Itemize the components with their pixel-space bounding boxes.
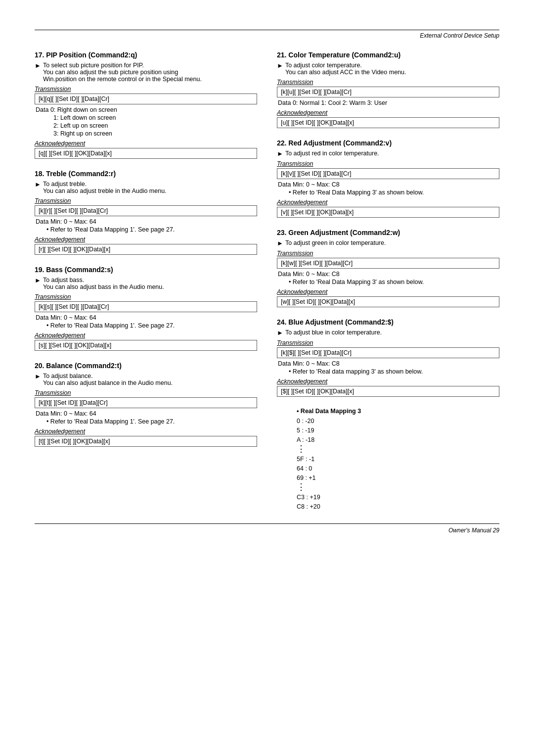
section-21-data: Data 0: Normal 1: Cool 2: Warm 3: User: [278, 99, 499, 106]
header-title: External Control Device Setup: [420, 32, 499, 39]
section-23: 23. Green Adjustment (Command2:w) ► To a…: [277, 229, 499, 307]
section-22-ack-code: [v][ ][Set ID][ ][OK][Data][x]: [277, 207, 499, 218]
section-20-bullet: • Refer to 'Real Data Mapping 1'. See pa…: [46, 418, 257, 425]
section-21-title: 21. Color Temperature (Command2:u): [277, 51, 499, 59]
section-22-transmission-code: [k][v][ ][Set ID][ ][Data][Cr]: [277, 168, 499, 179]
section-23-ack-label: Acknowledgement: [277, 288, 499, 295]
arrow-icon: ►: [277, 329, 283, 336]
section-18-bullet: • Refer to 'Real Data Mapping 1'. See pa…: [46, 226, 257, 233]
section-17-transmission-label: Transmission: [35, 86, 257, 93]
arrow-icon: ►: [277, 239, 283, 247]
section-18-title: 18. Treble (Command2:r): [35, 170, 257, 178]
section-24-arrow-desc: ► To adjust blue in color temperature.: [277, 329, 499, 336]
section-24-ack-code: [$][ ][Set ID][ ][OK][Data][x]: [277, 386, 499, 397]
section-22-bullet: • Refer to 'Real Data Mapping 3' as show…: [289, 189, 499, 196]
section-24: 24. Blue Adjustment (Command2:$) ► To ad…: [277, 318, 499, 397]
section-18-ack-label: Acknowledgement: [35, 236, 257, 243]
section-22-arrow-desc: ► To adjust red in color temperature.: [277, 150, 499, 157]
section-21: 21. Color Temperature (Command2:u) ► To …: [277, 51, 499, 128]
section-22-transmission-label: Transmission: [277, 160, 499, 167]
footer-line: Owner's Manual 29: [35, 523, 499, 534]
section-19-ack-label: Acknowledgement: [35, 332, 257, 339]
section-17-data-0: Data 0: Right down on screen: [36, 106, 257, 113]
main-content: 17. PIP Position (Command2:q) ► To selec…: [35, 51, 499, 512]
section-23-arrow-desc: ► To adjust green in color temperature.: [277, 239, 499, 247]
section-17-arrow-desc: ► To select sub picture position for PIP…: [35, 62, 257, 83]
section-20-arrow-desc: ► To adjust balance.You can also adjust …: [35, 373, 257, 386]
section-22-title: 22. Red Adjustment (Command2:v): [277, 139, 499, 147]
section-22-data: Data Min: 0 ~ Max: C8: [278, 181, 499, 188]
section-18-transmission-label: Transmission: [35, 197, 257, 204]
section-24-transmission-label: Transmission: [277, 339, 499, 346]
section-22-ack-label: Acknowledgement: [277, 199, 499, 206]
section-19-transmission-label: Transmission: [35, 293, 257, 300]
section-17-ack-label: Acknowledgement: [35, 140, 257, 147]
section-23-data: Data Min: 0 ~ Max: C8: [278, 271, 499, 278]
footer-page: Owner's Manual 29: [448, 527, 499, 534]
section-23-title: 23. Green Adjustment (Command2:w): [277, 229, 499, 236]
section-19-bullet: • Refer to 'Real Data Mapping 1'. See pa…: [46, 322, 257, 329]
section-18: 18. Treble (Command2:r) ► To adjust treb…: [35, 170, 257, 255]
real-data-mapping: • Real Data Mapping 3 0 : -20 5 : -19 A …: [277, 408, 499, 512]
right-column: 21. Color Temperature (Command2:u) ► To …: [277, 51, 499, 512]
section-17-title: 17. PIP Position (Command2:q): [35, 51, 257, 59]
section-23-ack-code: [w][ ][Set ID][ ][OK][Data][x]: [277, 296, 499, 307]
section-22-desc: To adjust red in color temperature.: [285, 150, 379, 157]
section-21-desc: To adjust color temperature.You can also…: [285, 62, 406, 76]
section-21-arrow-desc: ► To adjust color temperature.You can al…: [277, 62, 499, 76]
section-17-desc: To select sub picture position for PIP. …: [43, 62, 202, 83]
section-24-transmission-code: [k][$][ ][Set ID][ ][Data][Cr]: [277, 347, 499, 358]
page: External Control Device Setup 17. PIP Po…: [0, 0, 534, 564]
section-24-bullet: • Refer to 'Real data mapping 3' as show…: [289, 368, 499, 375]
section-21-transmission-label: Transmission: [277, 79, 499, 86]
section-20-transmission-label: Transmission: [35, 389, 257, 396]
section-20-ack-code: [t][ ][Set ID][ ][OK][Data][x]: [35, 436, 257, 447]
section-17-data-2: 2: Left up on screen: [36, 122, 257, 129]
data-mapping-title: • Real Data Mapping 3: [297, 408, 499, 415]
section-19-desc: To adjust bass.You can also adjust bass …: [43, 277, 164, 290]
header-text: External Control Device Setup: [35, 32, 499, 39]
section-20-ack-label: Acknowledgement: [35, 428, 257, 435]
section-19-data: Data Min: 0 ~ Max: 64: [36, 314, 257, 321]
section-23-desc: To adjust green in color temperature.: [285, 239, 386, 246]
section-24-ack-label: Acknowledgement: [277, 378, 499, 385]
section-24-data: Data Min: 0 ~ Max: C8: [278, 360, 499, 367]
section-17: 17. PIP Position (Command2:q) ► To selec…: [35, 51, 257, 159]
section-17-data-3: 3: Right up on screen: [36, 130, 257, 137]
arrow-icon: ►: [35, 181, 41, 188]
data-mapping-rows: 0 : -20 5 : -19 A : -18 ⋮ 5F : -1 64 : 0…: [297, 417, 499, 512]
section-21-ack-code: [u][ ][Set ID][ ][OK][Data][x]: [277, 117, 499, 128]
arrow-icon: ►: [277, 62, 283, 69]
section-20-title: 20. Balance (Command2:t): [35, 362, 257, 370]
arrow-icon: ►: [35, 62, 41, 69]
section-18-arrow-desc: ► To adjust treble.You can also adjust t…: [35, 181, 257, 194]
section-19-arrow-desc: ► To adjust bass.You can also adjust bas…: [35, 277, 257, 290]
arrow-icon: ►: [35, 373, 41, 380]
section-20-transmission-code: [k][t][ ][Set ID][ ][Data][Cr]: [35, 397, 257, 408]
section-23-transmission-code: [k][w][ ][Set ID][ ][Data][Cr]: [277, 258, 499, 269]
section-21-ack-label: Acknowledgement: [277, 109, 499, 116]
section-19: 19. Bass (Command2:s) ► To adjust bass.Y…: [35, 266, 257, 351]
section-22: 22. Red Adjustment (Command2:v) ► To adj…: [277, 139, 499, 218]
section-20-desc: To adjust balance.You can also adjust ba…: [43, 373, 173, 386]
left-column: 17. PIP Position (Command2:q) ► To selec…: [35, 51, 257, 512]
section-19-transmission-code: [k][s][ ][Set ID][ ][Data][Cr]: [35, 301, 257, 312]
section-24-title: 24. Blue Adjustment (Command2:$): [277, 318, 499, 326]
section-18-desc: To adjust treble.You can also adjust tre…: [43, 181, 167, 194]
section-19-ack-code: [s][ ][Set ID][ ][OK][Data][x]: [35, 340, 257, 351]
footer-text: Owner's Manual 29: [448, 527, 499, 534]
section-17-data-1: 1: Left down on screen: [36, 114, 257, 121]
section-18-ack-code: [r][ ][Set ID][ ][OK][Data][x]: [35, 244, 257, 255]
section-23-bullet: • Refer to 'Real Data Mapping 3' as show…: [289, 279, 499, 285]
section-20: 20. Balance (Command2:t) ► To adjust bal…: [35, 362, 257, 447]
section-18-transmission-code: [k][r][ ][Set ID][ ][Data][Cr]: [35, 205, 257, 216]
section-18-data: Data Min: 0 ~ Max: 64: [36, 218, 257, 225]
section-20-data: Data Min: 0 ~ Max: 64: [36, 410, 257, 417]
header-line: [35, 30, 499, 30]
section-24-desc: To adjust blue in color temperature.: [285, 329, 382, 336]
section-21-transmission-code: [k][u][ ][Set ID][ ][Data][Cr]: [277, 87, 499, 97]
arrow-icon: ►: [35, 277, 41, 284]
section-17-ack-code: [q][ ][Set ID][ ][OK][Data][x]: [35, 148, 257, 159]
section-19-title: 19. Bass (Command2:s): [35, 266, 257, 274]
section-23-transmission-label: Transmission: [277, 250, 499, 257]
